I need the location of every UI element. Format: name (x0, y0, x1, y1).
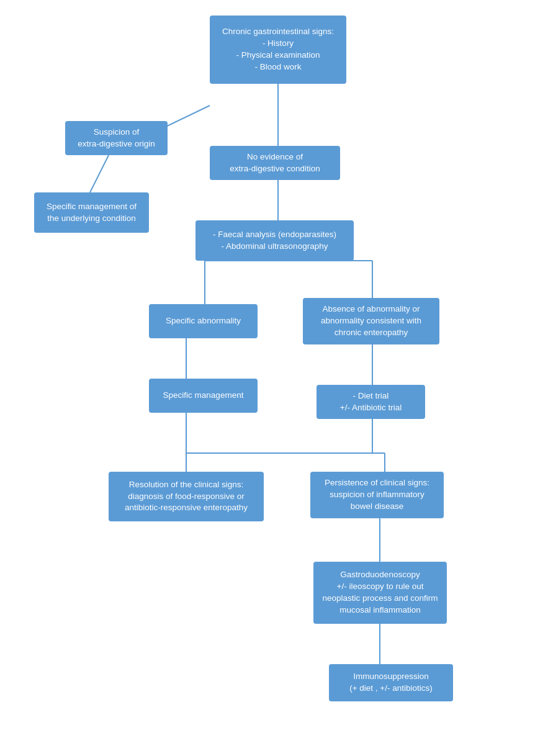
resolution-box: Resolution of the clinical signs: diagno… (109, 472, 264, 521)
diet-trial-box: - Diet trial +/- Antibiotic trial (317, 385, 425, 419)
absence-abnormality-box: Absence of abnormality or abnormality co… (303, 298, 439, 344)
faecal-box: - Faecal analysis (endoparasites) - Abdo… (195, 220, 354, 261)
specific-abnormality-box: Specific abnormality (149, 304, 258, 338)
svg-line-2 (90, 155, 109, 192)
chronic-gi-box: Chronic gastrointestinal signs: - Histor… (210, 16, 346, 84)
gastroduodenoscopy-box: Gastroduodenoscopy +/- ileoscopy to rule… (313, 562, 447, 624)
flowchart: Chronic gastrointestinal signs: - Histor… (0, 0, 548, 756)
suspicion-extra-box: Suspicion of extra-digestive origin (65, 121, 168, 155)
specific-mgmt-underlying-box: Specific management of the underlying co… (34, 192, 149, 233)
persistence-box: Persistence of clinical signs: suspicion… (310, 472, 444, 518)
immunosuppression-box: Immunosuppression (+ diet , +/- antibiot… (329, 664, 453, 701)
specific-management-box: Specific management (149, 379, 258, 413)
no-evidence-box: No evidence of extra-digestive condition (210, 146, 340, 180)
connectors (0, 0, 548, 756)
